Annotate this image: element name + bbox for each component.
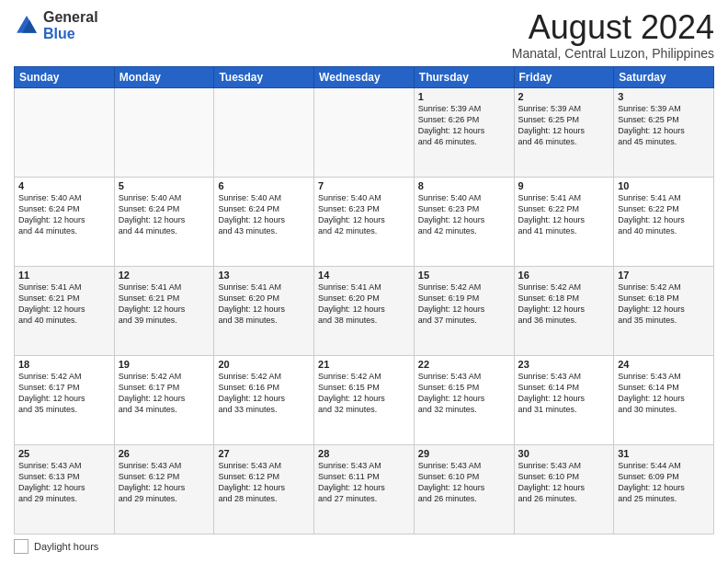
calendar-cell: 3Sunrise: 5:39 AM Sunset: 6:25 PM Daylig…: [614, 87, 714, 177]
day-number: 5: [119, 180, 210, 191]
day-number: 21: [318, 359, 410, 370]
calendar-header-saturday: Saturday: [614, 66, 714, 87]
day-number: 3: [618, 91, 710, 102]
day-number: 4: [18, 180, 110, 191]
day-number: 2: [518, 91, 610, 102]
calendar-cell: 17Sunrise: 5:42 AM Sunset: 6:18 PM Dayli…: [614, 266, 714, 355]
calendar-cell: 12Sunrise: 5:41 AM Sunset: 6:21 PM Dayli…: [114, 266, 214, 355]
day-info: Sunrise: 5:41 AM Sunset: 6:20 PM Dayligh…: [318, 282, 410, 327]
logo-text: General Blue: [43, 9, 98, 41]
calendar-cell: 30Sunrise: 5:43 AM Sunset: 6:10 PM Dayli…: [514, 444, 614, 534]
day-info: Sunrise: 5:43 AM Sunset: 6:13 PM Dayligh…: [18, 460, 110, 505]
day-number: 15: [418, 270, 510, 281]
day-info: Sunrise: 5:42 AM Sunset: 6:17 PM Dayligh…: [18, 371, 110, 416]
calendar-cell: 24Sunrise: 5:43 AM Sunset: 6:14 PM Dayli…: [614, 355, 714, 444]
calendar-cell: 15Sunrise: 5:42 AM Sunset: 6:19 PM Dayli…: [414, 266, 514, 355]
calendar-cell: 8Sunrise: 5:40 AM Sunset: 6:23 PM Daylig…: [414, 177, 514, 266]
calendar-cell: 10Sunrise: 5:41 AM Sunset: 6:22 PM Dayli…: [614, 177, 714, 266]
logo-blue: Blue: [43, 26, 75, 41]
day-number: 26: [119, 448, 210, 459]
calendar-cell: 16Sunrise: 5:42 AM Sunset: 6:18 PM Dayli…: [514, 266, 614, 355]
footer: Daylight hours: [14, 539, 714, 554]
daylight-label: Daylight hours: [34, 541, 98, 552]
day-number: 22: [418, 359, 510, 370]
daylight-box: [14, 539, 28, 554]
logo-general: General: [43, 9, 98, 25]
day-info: Sunrise: 5:43 AM Sunset: 6:10 PM Dayligh…: [418, 460, 510, 505]
calendar-cell: 2Sunrise: 5:39 AM Sunset: 6:25 PM Daylig…: [514, 87, 614, 177]
day-info: Sunrise: 5:42 AM Sunset: 6:17 PM Dayligh…: [119, 371, 210, 416]
day-info: Sunrise: 5:41 AM Sunset: 6:21 PM Dayligh…: [18, 282, 110, 327]
day-info: Sunrise: 5:42 AM Sunset: 6:19 PM Dayligh…: [418, 282, 510, 327]
day-number: 30: [518, 448, 610, 459]
calendar-header-sunday: Sunday: [15, 66, 115, 87]
calendar-cell: 6Sunrise: 5:40 AM Sunset: 6:24 PM Daylig…: [214, 177, 314, 266]
title-block: August 2024 Manatal, Central Luzon, Phil…: [512, 9, 714, 61]
day-info: Sunrise: 5:41 AM Sunset: 6:21 PM Dayligh…: [119, 282, 210, 327]
calendar-cell: 29Sunrise: 5:43 AM Sunset: 6:10 PM Dayli…: [414, 444, 514, 534]
generalblue-logo-icon: [14, 13, 40, 39]
day-info: Sunrise: 5:43 AM Sunset: 6:15 PM Dayligh…: [418, 371, 510, 416]
day-info: Sunrise: 5:40 AM Sunset: 6:24 PM Dayligh…: [218, 192, 310, 237]
day-info: Sunrise: 5:43 AM Sunset: 6:12 PM Dayligh…: [119, 460, 210, 505]
day-number: 9: [518, 180, 610, 191]
day-number: 8: [418, 180, 510, 191]
calendar-cell: 28Sunrise: 5:43 AM Sunset: 6:11 PM Dayli…: [314, 444, 415, 534]
day-info: Sunrise: 5:40 AM Sunset: 6:24 PM Dayligh…: [119, 192, 210, 237]
day-info: Sunrise: 5:43 AM Sunset: 6:11 PM Dayligh…: [318, 460, 410, 505]
day-info: Sunrise: 5:43 AM Sunset: 6:14 PM Dayligh…: [518, 371, 610, 416]
day-info: Sunrise: 5:40 AM Sunset: 6:23 PM Dayligh…: [418, 192, 510, 237]
calendar-cell: [114, 87, 214, 177]
calendar-header-tuesday: Tuesday: [214, 66, 314, 87]
calendar-cell: 27Sunrise: 5:43 AM Sunset: 6:12 PM Dayli…: [214, 444, 314, 534]
calendar-header-friday: Friday: [514, 66, 614, 87]
calendar-week-5: 25Sunrise: 5:43 AM Sunset: 6:13 PM Dayli…: [15, 444, 714, 534]
calendar-cell: [214, 87, 314, 177]
calendar-week-2: 4Sunrise: 5:40 AM Sunset: 6:24 PM Daylig…: [15, 177, 714, 266]
calendar-week-4: 18Sunrise: 5:42 AM Sunset: 6:17 PM Dayli…: [15, 355, 714, 444]
day-number: 19: [119, 359, 210, 370]
calendar-cell: 14Sunrise: 5:41 AM Sunset: 6:20 PM Dayli…: [314, 266, 415, 355]
day-number: 27: [218, 448, 310, 459]
day-number: 13: [218, 270, 310, 281]
calendar-cell: 7Sunrise: 5:40 AM Sunset: 6:23 PM Daylig…: [314, 177, 415, 266]
day-number: 31: [618, 448, 710, 459]
calendar-cell: 23Sunrise: 5:43 AM Sunset: 6:14 PM Dayli…: [514, 355, 614, 444]
day-info: Sunrise: 5:39 AM Sunset: 6:25 PM Dayligh…: [518, 103, 610, 148]
day-number: 29: [418, 448, 510, 459]
day-number: 20: [218, 359, 310, 370]
day-number: 23: [518, 359, 610, 370]
calendar-cell: 9Sunrise: 5:41 AM Sunset: 6:22 PM Daylig…: [514, 177, 614, 266]
calendar-header-thursday: Thursday: [414, 66, 514, 87]
day-info: Sunrise: 5:42 AM Sunset: 6:16 PM Dayligh…: [218, 371, 310, 416]
day-number: 14: [318, 270, 410, 281]
subtitle: Manatal, Central Luzon, Philippines: [512, 46, 714, 61]
day-number: 10: [618, 180, 710, 191]
day-info: Sunrise: 5:39 AM Sunset: 6:25 PM Dayligh…: [618, 103, 710, 148]
day-info: Sunrise: 5:39 AM Sunset: 6:26 PM Dayligh…: [418, 103, 510, 148]
calendar-cell: 20Sunrise: 5:42 AM Sunset: 6:16 PM Dayli…: [214, 355, 314, 444]
day-info: Sunrise: 5:41 AM Sunset: 6:22 PM Dayligh…: [618, 192, 710, 237]
day-info: Sunrise: 5:40 AM Sunset: 6:24 PM Dayligh…: [18, 192, 110, 237]
day-info: Sunrise: 5:41 AM Sunset: 6:22 PM Dayligh…: [518, 192, 610, 237]
calendar-cell: 19Sunrise: 5:42 AM Sunset: 6:17 PM Dayli…: [114, 355, 214, 444]
day-info: Sunrise: 5:43 AM Sunset: 6:12 PM Dayligh…: [218, 460, 310, 505]
calendar-header-row: SundayMondayTuesdayWednesdayThursdayFrid…: [15, 66, 714, 87]
day-number: 25: [18, 448, 110, 459]
page: General Blue August 2024 Manatal, Centra…: [0, 0, 728, 563]
calendar-cell: 18Sunrise: 5:42 AM Sunset: 6:17 PM Dayli…: [15, 355, 115, 444]
calendar-table: SundayMondayTuesdayWednesdayThursdayFrid…: [14, 66, 714, 534]
calendar-cell: [314, 87, 415, 177]
day-number: 16: [518, 270, 610, 281]
calendar-cell: 11Sunrise: 5:41 AM Sunset: 6:21 PM Dayli…: [15, 266, 115, 355]
calendar-week-1: 1Sunrise: 5:39 AM Sunset: 6:26 PM Daylig…: [15, 87, 714, 177]
day-number: 24: [618, 359, 710, 370]
day-info: Sunrise: 5:44 AM Sunset: 6:09 PM Dayligh…: [618, 460, 710, 505]
header: General Blue August 2024 Manatal, Centra…: [14, 9, 714, 61]
calendar-cell: 5Sunrise: 5:40 AM Sunset: 6:24 PM Daylig…: [114, 177, 214, 266]
logo: General Blue: [14, 9, 98, 41]
calendar-cell: 4Sunrise: 5:40 AM Sunset: 6:24 PM Daylig…: [15, 177, 115, 266]
day-info: Sunrise: 5:40 AM Sunset: 6:23 PM Dayligh…: [318, 192, 410, 237]
day-number: 17: [618, 270, 710, 281]
calendar-cell: 13Sunrise: 5:41 AM Sunset: 6:20 PM Dayli…: [214, 266, 314, 355]
